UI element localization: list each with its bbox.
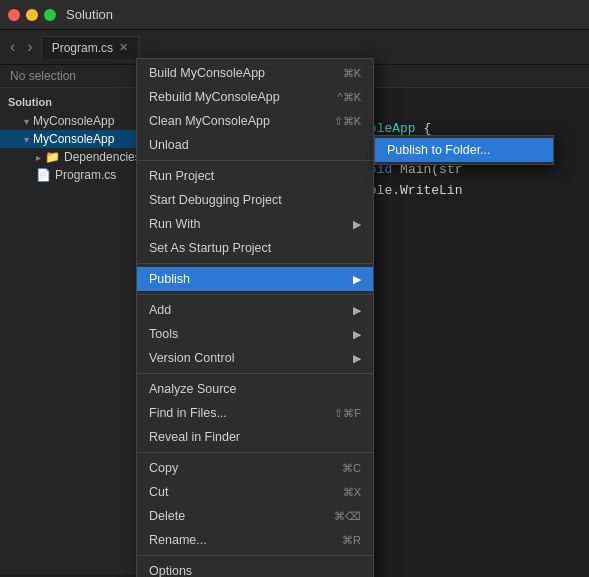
menu-item-run-project[interactable]: Run Project — [137, 164, 373, 188]
menu-item-shortcut: ⌘⌫ — [334, 510, 361, 523]
menu-item-rebuild[interactable]: Rebuild MyConsoleApp ^⌘K — [137, 85, 373, 109]
menu-item-label: Find in Files... — [149, 406, 227, 420]
menu-item-label: Start Debugging Project — [149, 193, 282, 207]
menu-separator — [137, 452, 373, 453]
menu-item-shortcut: ⌘R — [342, 534, 361, 547]
menu-item-label: Rebuild MyConsoleApp — [149, 90, 280, 104]
menu-item-shortcut: ⇧⌘F — [334, 407, 361, 420]
menu-item-options[interactable]: Options — [137, 559, 373, 577]
submenu-arrow-icon: ▶ — [353, 304, 361, 317]
menu-item-rename[interactable]: Rename... ⌘R — [137, 528, 373, 552]
menu-item-build[interactable]: Build MyConsoleApp ⌘K — [137, 61, 373, 85]
menu-item-label: Tools — [149, 327, 178, 341]
menu-item-label: Analyze Source — [149, 382, 237, 396]
menu-item-label: Cut — [149, 485, 168, 499]
menu-item-label: Rename... — [149, 533, 207, 547]
menu-item-label: Build MyConsoleApp — [149, 66, 265, 80]
menu-item-add[interactable]: Add ▶ — [137, 298, 373, 322]
menu-item-label: Run Project — [149, 169, 214, 183]
menu-separator — [137, 373, 373, 374]
menu-separator — [137, 160, 373, 161]
menu-item-label: Options — [149, 564, 192, 577]
menu-item-publish[interactable]: Publish ▶ — [137, 267, 373, 291]
menu-item-label: Delete — [149, 509, 185, 523]
menu-item-label: Clean MyConsoleApp — [149, 114, 270, 128]
menu-item-label: Unload — [149, 138, 189, 152]
menu-item-set-startup[interactable]: Set As Startup Project — [137, 236, 373, 260]
menu-item-shortcut: ⌘K — [343, 67, 361, 80]
menu-item-shortcut: ⇧⌘K — [334, 115, 361, 128]
menu-item-shortcut: ⌘C — [342, 462, 361, 475]
submenu-item-label: Publish to Folder... — [387, 143, 491, 157]
menu-separator — [137, 294, 373, 295]
menu-separator — [137, 555, 373, 556]
menu-item-label: Reveal in Finder — [149, 430, 240, 444]
submenu-arrow-icon: ▶ — [353, 218, 361, 231]
menu-item-tools[interactable]: Tools ▶ — [137, 322, 373, 346]
menu-item-clean[interactable]: Clean MyConsoleApp ⇧⌘K — [137, 109, 373, 133]
menu-item-start-debugging[interactable]: Start Debugging Project — [137, 188, 373, 212]
menu-separator — [137, 263, 373, 264]
menu-item-label: Version Control — [149, 351, 234, 365]
menu-item-unload[interactable]: Unload — [137, 133, 373, 157]
menu-item-label: Run With — [149, 217, 200, 231]
menu-item-find-in-files[interactable]: Find in Files... ⇧⌘F — [137, 401, 373, 425]
context-menu: Build MyConsoleApp ⌘K Rebuild MyConsoleA… — [136, 58, 374, 577]
menu-item-shortcut: ⌘X — [343, 486, 361, 499]
publish-submenu: Publish to Folder... — [374, 135, 554, 165]
menu-item-delete[interactable]: Delete ⌘⌫ — [137, 504, 373, 528]
menu-item-label: Copy — [149, 461, 178, 475]
menu-item-version-control[interactable]: Version Control ▶ — [137, 346, 373, 370]
menu-item-copy[interactable]: Copy ⌘C — [137, 456, 373, 480]
submenu-item-publish-to-folder[interactable]: Publish to Folder... — [375, 138, 553, 162]
menu-item-analyze-source[interactable]: Analyze Source — [137, 377, 373, 401]
menu-item-label: Add — [149, 303, 171, 317]
menu-item-shortcut: ^⌘K — [338, 91, 362, 104]
submenu-arrow-icon: ▶ — [353, 328, 361, 341]
menu-item-label: Publish — [149, 272, 190, 286]
menu-item-reveal-in-finder[interactable]: Reveal in Finder — [137, 425, 373, 449]
submenu-arrow-icon: ▶ — [353, 352, 361, 365]
menu-item-label: Set As Startup Project — [149, 241, 271, 255]
submenu-arrow-icon: ▶ — [353, 273, 361, 286]
menu-item-run-with[interactable]: Run With ▶ — [137, 212, 373, 236]
menu-item-cut[interactable]: Cut ⌘X — [137, 480, 373, 504]
context-menu-overlay: Build MyConsoleApp ⌘K Rebuild MyConsoleA… — [0, 0, 589, 577]
